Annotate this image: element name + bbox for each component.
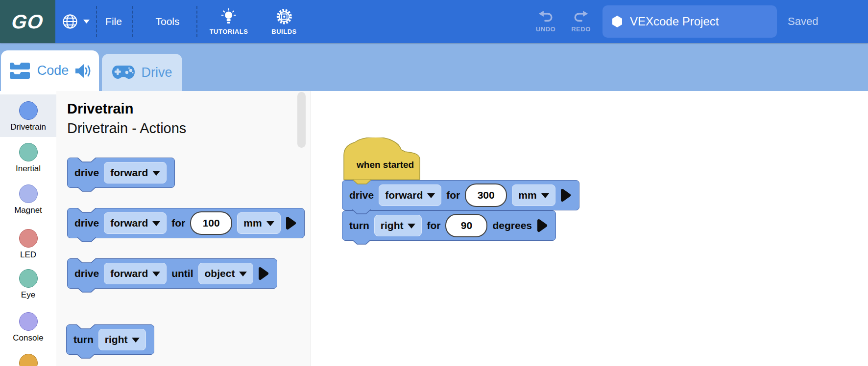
block-dropdown-mm[interactable]: mm: [237, 212, 280, 234]
speaker-icon[interactable]: [74, 63, 92, 79]
chevron-down-icon: [266, 221, 274, 226]
block-bottom-tab: [353, 180, 371, 184]
undo-label: UNDO: [536, 25, 555, 33]
dropdown-value: right: [381, 220, 404, 231]
block-top-notch: [76, 324, 95, 329]
block-number-input[interactable]: 100: [190, 211, 232, 235]
project-name: VEXcode Project: [630, 15, 719, 28]
block-dropdown-forward[interactable]: forward: [379, 184, 441, 206]
sidebar-category-led[interactable]: LED: [0, 222, 56, 265]
block-label: drive: [74, 217, 99, 229]
category-sidebar: DrivetrainInertialMagnetLEDEyeConsole: [0, 91, 56, 366]
block-bottom-tab: [77, 187, 96, 192]
block-bottom-tab: [352, 209, 371, 214]
block-dropdown-forward[interactable]: forward: [104, 263, 167, 284]
topbar-divider: [96, 6, 97, 37]
redo-arrow-icon: [574, 10, 588, 23]
block-dropdown-object[interactable]: object: [198, 263, 254, 284]
block-label: for: [446, 189, 460, 201]
hat-shape: [343, 137, 421, 180]
category-label: LED: [20, 250, 36, 260]
category-label: Magnet: [14, 206, 42, 215]
topbar-divider: [196, 6, 197, 37]
block-label: drive: [349, 189, 374, 201]
block-label: degrees: [492, 220, 532, 231]
chevron-down-icon: [427, 193, 435, 198]
undo-button[interactable]: UNDO: [536, 0, 555, 43]
dropdown-value: mm: [243, 217, 262, 229]
drive-for-block[interactable]: driveforwardfor100mm: [67, 208, 305, 238]
sidebar-category-inertial[interactable]: Inertial: [0, 136, 56, 179]
tab-drive[interactable]: Drive: [102, 54, 182, 91]
tutorials-button[interactable]: TUTORIALS: [210, 0, 248, 43]
gamepad-icon: [112, 65, 135, 80]
chevron-down-icon: [152, 171, 160, 176]
block-palette: Drivetrain Drivetrain - Actions drivefor…: [56, 91, 311, 366]
block-dropdown-mm[interactable]: mm: [512, 184, 555, 206]
sidebar-category-drivetrain[interactable]: Drivetrain: [0, 94, 56, 137]
palette-section-title: Drivetrain - Actions: [67, 120, 186, 137]
lightbulb-icon: [220, 8, 237, 25]
file-menu[interactable]: File: [105, 0, 122, 43]
category-color-dot: [19, 101, 38, 120]
dropdown-value: object: [205, 268, 235, 279]
block-bottom-tab: [77, 237, 96, 242]
play-icon[interactable]: [560, 188, 571, 202]
sidebar-category-console[interactable]: Console: [0, 305, 56, 348]
block-number-input[interactable]: 300: [465, 183, 507, 207]
block-dropdown-right[interactable]: right: [98, 329, 146, 350]
block-label: turn: [349, 220, 369, 231]
category-color-dot: [19, 312, 38, 331]
play-icon[interactable]: [258, 267, 269, 280]
redo-button[interactable]: REDO: [571, 0, 591, 43]
block-label: for: [171, 217, 185, 229]
tab-drive-label: Drive: [141, 65, 172, 80]
go-logo-text: GO: [11, 11, 45, 33]
language-selector[interactable]: [62, 0, 90, 43]
chevron-down-icon: [152, 221, 160, 226]
chevron-down-icon: [132, 338, 140, 343]
block-top-notch: [77, 158, 96, 162]
block-dropdown-forward[interactable]: forward: [104, 212, 167, 234]
hat-label: when started: [357, 160, 414, 170]
project-name-button[interactable]: VEXcode Project: [603, 5, 777, 38]
drive-until-block[interactable]: driveforwarduntilobject: [67, 258, 277, 289]
tab-code-label: Code: [37, 63, 69, 78]
block-number-input[interactable]: 90: [445, 214, 487, 237]
block-top-notch: [77, 258, 96, 263]
dropdown-value: forward: [385, 189, 423, 201]
block-dropdown-right[interactable]: right: [374, 215, 422, 236]
category-label: Drivetrain: [10, 122, 46, 132]
chevron-down-icon: [239, 272, 247, 276]
builds-label: BUILDS: [271, 28, 296, 35]
play-icon[interactable]: [537, 219, 548, 232]
play-icon[interactable]: [286, 216, 296, 230]
top-bar: GO File Tools: [0, 0, 868, 43]
topbar-divider: [132, 6, 133, 37]
sidebar-category-magnet[interactable]: Magnet: [0, 178, 56, 220]
tutorials-label: TUTORIALS: [210, 28, 248, 35]
turn-for-block[interactable]: turnrightfor90degrees: [342, 210, 556, 241]
hexagon-icon: [611, 15, 623, 28]
category-label: Console: [13, 333, 43, 343]
chevron-down-icon: [408, 224, 415, 229]
drive-block[interactable]: driveforward: [67, 158, 175, 188]
category-label: Inertial: [16, 164, 41, 174]
sidebar-category-partial[interactable]: [0, 347, 56, 366]
globe-icon: [62, 13, 78, 30]
tab-code[interactable]: Code: [1, 50, 99, 91]
blocks-icon: [8, 62, 31, 80]
block-bottom-tab: [77, 288, 96, 293]
dropdown-value: mm: [518, 189, 536, 201]
main-area: DrivetrainInertialMagnetLEDEyeConsole Dr…: [0, 91, 868, 366]
block-dropdown-forward[interactable]: forward: [104, 162, 167, 183]
tools-menu[interactable]: Tools: [155, 0, 179, 43]
drive-for-block[interactable]: driveforwardfor300mm: [342, 180, 579, 210]
workspace-tab-strip: Code Drive: [0, 43, 868, 91]
builds-button[interactable]: BUILDS: [271, 0, 296, 43]
category-color-dot: [19, 354, 38, 366]
when-started-hat-block[interactable]: when started: [343, 137, 421, 180]
palette-scrollbar[interactable]: [297, 92, 306, 148]
sidebar-category-eye[interactable]: Eye: [0, 262, 56, 305]
turn-block[interactable]: turnright: [66, 324, 154, 355]
